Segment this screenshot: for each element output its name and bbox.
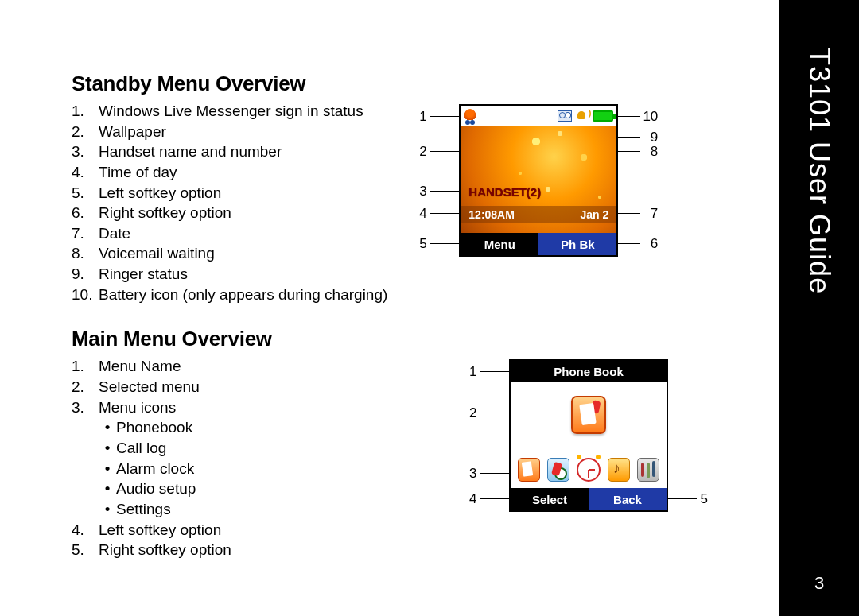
main-item-4: Left softkey option [99, 520, 221, 540]
callout-right-8: 8 [651, 144, 658, 160]
time-date-bar: 12:08AM Jan 2 [461, 206, 616, 223]
voicemail-icon [558, 110, 572, 122]
ringer-status-icon [576, 110, 589, 122]
callout-right-9: 9 [651, 130, 658, 145]
document-title: T3101 User Guide [803, 48, 836, 294]
standby-item-2: Wallpaper [99, 122, 166, 142]
standby-item-9: Ringer status [99, 264, 188, 285]
status-bar [461, 106, 616, 126]
main-item-3: Menu icons [99, 397, 176, 418]
page-number: 3 [779, 573, 859, 594]
standby-item-8: Voicemail waiting [99, 243, 215, 264]
selected-menu-icon[interactable] [571, 396, 606, 434]
menu-icon-audiosetup: Audio setup [99, 478, 406, 499]
wallpaper: HANDSET(2) 12:08AM Jan 2 [461, 106, 616, 233]
callout-left-5: 5 [419, 236, 426, 252]
standby-item-10: Battery icon (only appears during chargi… [99, 285, 387, 305]
menu-icon-row [511, 458, 667, 482]
settings-icon[interactable] [637, 458, 659, 482]
callout-right-6: 6 [651, 236, 658, 252]
standby-list: 1.Windows Live Messenger sign in status … [72, 101, 387, 304]
m-callout-left-2: 2 [469, 405, 476, 421]
menu-title: Phone Book [511, 361, 667, 382]
standby-item-3: Handset name and number [99, 141, 282, 162]
right-softkey[interactable]: Ph Bk [538, 233, 616, 255]
m-callout-left-3: 3 [469, 466, 476, 482]
mainmenu-heading: Main Menu Overview [72, 327, 756, 351]
page-content: Standby Menu Overview 1.Windows Live Mes… [0, 0, 779, 616]
phonebook-icon[interactable] [518, 458, 540, 482]
standby-item-1: Windows Live Messenger sign in status [99, 101, 363, 122]
time-of-day: 12:08AM [468, 208, 515, 221]
date: Jan 2 [581, 208, 609, 221]
main-right-softkey[interactable]: Back [589, 488, 667, 510]
alarm-clock-icon[interactable] [577, 458, 601, 482]
mainmenu-list: 1.Menu Name 2.Selected menu 3.Menu icons… [72, 356, 406, 560]
menu-icon-phonebook: Phonebook [99, 417, 406, 438]
callout-left-1: 1 [419, 109, 426, 125]
standby-item-7: Date [99, 223, 130, 244]
callout-right-7: 7 [651, 206, 658, 222]
main-item-5: Right softkey option [99, 540, 231, 560]
menu-icon-alarmclock: Alarm clock [99, 459, 406, 479]
callout-right-10: 10 [643, 109, 658, 125]
audio-setup-icon[interactable] [608, 458, 630, 482]
callout-left-3: 3 [419, 184, 426, 200]
callout-left-2: 2 [419, 144, 426, 160]
menu-icon-settings: Settings [99, 499, 406, 520]
standby-item-4: Time of day [99, 162, 177, 183]
menu-icon-calllog: Call log [99, 438, 406, 459]
main-item-1: Menu Name [99, 356, 181, 377]
m-callout-right-5: 5 [701, 491, 708, 507]
main-left-softkey[interactable]: Select [511, 488, 589, 510]
call-log-icon[interactable] [547, 458, 569, 482]
callout-left-4: 4 [419, 206, 426, 222]
standby-item-6: Right softkey option [99, 203, 231, 223]
battery-icon [593, 110, 613, 122]
menu-icons-list: Phonebook Call log Alarm clock Audio set… [99, 417, 406, 519]
standby-heading: Standby Menu Overview [72, 72, 756, 96]
main-item-2: Selected menu [99, 377, 200, 397]
m-callout-left-1: 1 [469, 364, 476, 380]
menu-body [511, 382, 667, 488]
left-softkey[interactable]: Menu [461, 233, 538, 255]
standby-item-5: Left softkey option [99, 183, 221, 203]
side-tab: T3101 User Guide 3 [779, 0, 859, 616]
m-callout-left-4: 4 [469, 491, 476, 507]
messenger-status-icon [464, 109, 476, 123]
handset-name: HANDSET(2) [468, 185, 541, 199]
